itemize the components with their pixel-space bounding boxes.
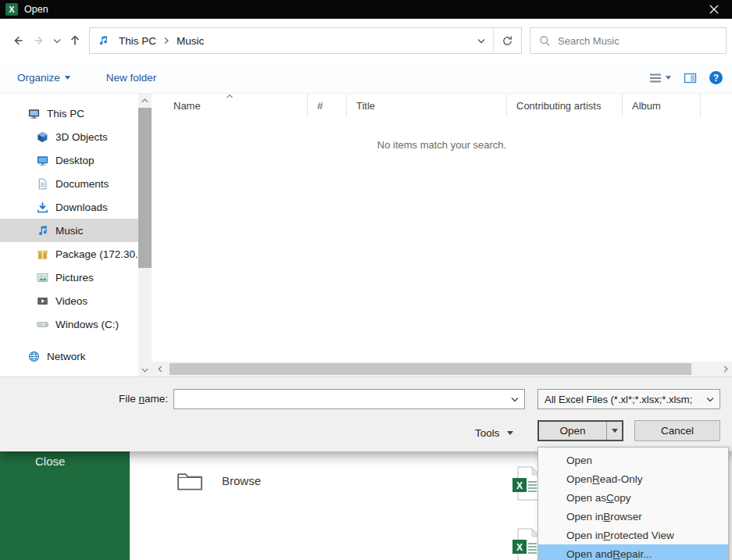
recent-locations-button[interactable] [50, 30, 64, 52]
list-view-icon [649, 72, 662, 84]
breadcrumb-this-pc[interactable]: This PC [113, 28, 162, 53]
close-icon [709, 5, 719, 14]
column-header-name[interactable]: Name [152, 94, 308, 117]
navigation-bar: This PC Music [0, 19, 732, 62]
up-button[interactable] [64, 30, 86, 52]
computer-icon [28, 108, 40, 119]
views-button[interactable] [649, 72, 671, 84]
horizontal-scrollbar[interactable] [152, 362, 732, 376]
back-button[interactable] [6, 30, 28, 52]
menu-item-open-as-copy[interactable]: Open as Copy [538, 488, 728, 507]
organize-button[interactable]: Organize [17, 72, 70, 84]
sidebar-item-label: Documents [55, 178, 109, 190]
address-dropdown-button[interactable] [470, 28, 493, 53]
sidebar-item-windows-c[interactable]: Windows (C:) [0, 312, 138, 336]
scroll-left-icon[interactable] [153, 362, 166, 376]
menu-item-open-in-browser[interactable]: Open in Browser [538, 507, 728, 526]
window-title: Open [24, 4, 48, 15]
chevron-down-icon [507, 431, 513, 435]
sidebar-item-desktop[interactable]: Desktop [0, 148, 138, 172]
scroll-up-icon[interactable] [138, 94, 152, 107]
chevron-down-icon [65, 76, 70, 80]
file-name-label: File name: [0, 393, 168, 405]
file-type-value: All Excel Files (*.xl*;*.xlsx;*.xlsm; [545, 394, 701, 405]
menu-item-open-and-repair[interactable]: Open and Repair... [538, 544, 728, 560]
document-icon [37, 178, 48, 190]
videos-icon [37, 295, 48, 307]
cancel-button[interactable]: Cancel [634, 420, 720, 441]
tree-scrollbar-thumb[interactable] [138, 108, 152, 268]
navigation-pane: This PC3D ObjectsDesktopDocumentsDownloa… [0, 94, 138, 376]
chevron-down-icon [666, 76, 671, 80]
column-header-label: Album [632, 100, 661, 112]
scroll-right-icon[interactable] [719, 362, 732, 376]
file-name-dropdown-button[interactable] [505, 390, 524, 408]
search-input[interactable] [558, 28, 726, 53]
network-icon [28, 351, 40, 362]
sidebar-item-label: Desktop [55, 155, 95, 166]
column-header-label: Name [173, 100, 201, 112]
help-button[interactable]: ? [709, 71, 723, 84]
open-dialog: X Open This PC Music [0, 0, 732, 451]
file-type-combobox[interactable]: All Excel Files (*.xl*;*.xlsx;*.xlsm; [537, 389, 720, 409]
sidebar-item-label: Windows (C:) [55, 319, 119, 330]
svg-text:X: X [516, 480, 523, 491]
tree-scrollbar[interactable] [138, 94, 152, 376]
sidebar-item-music[interactable]: Music [0, 219, 138, 242]
column-header-album[interactable]: Album [623, 94, 701, 117]
close-button[interactable] [696, 0, 732, 19]
address-bar[interactable]: This PC Music [89, 27, 522, 54]
browse-label: Browse [222, 474, 261, 487]
new-folder-label: New folder [106, 72, 157, 84]
refresh-button[interactable] [493, 28, 521, 53]
chevron-right-icon [162, 37, 171, 45]
breadcrumb-music[interactable]: Music [171, 28, 209, 53]
column-header-title[interactable]: Title [347, 94, 507, 117]
toolbar-right-group: ? [649, 71, 723, 84]
search-box [530, 27, 727, 54]
file-type-dropdown-button[interactable] [701, 390, 720, 408]
sidebar-item-label: Pictures [55, 272, 94, 284]
menu-item-open-read-only[interactable]: Open Read-Only [538, 469, 728, 488]
dialog-content: This PC3D ObjectsDesktopDocumentsDownloa… [0, 94, 732, 376]
file-name-input[interactable] [174, 390, 505, 408]
sidebar-item-downloads[interactable]: Downloads [0, 195, 138, 219]
sidebar-item-package-172-30[interactable]: Package (172.30. [0, 242, 138, 266]
sidebar-item-label: This PC [47, 108, 84, 119]
open-button[interactable]: Open [539, 422, 606, 440]
excel-workbook-icon: X [512, 528, 541, 560]
column-header-contributing-artists[interactable]: Contributing artists [507, 94, 623, 117]
cube-icon [37, 131, 48, 143]
excel-app-icon: X [5, 3, 18, 16]
column-header-hash[interactable]: # [308, 94, 347, 117]
empty-message: No items match your search. [152, 139, 732, 151]
open-dropdown-button[interactable] [606, 422, 622, 440]
search-icon [539, 35, 551, 47]
sidebar-item-pictures[interactable]: Pictures [0, 266, 138, 289]
music-location-icon [90, 35, 113, 46]
sidebar-item-network[interactable]: Network [0, 344, 138, 368]
horizontal-scrollbar-thumb[interactable] [170, 363, 691, 375]
tools-label: Tools [475, 427, 500, 439]
sidebar-item-label: Videos [55, 295, 87, 307]
sidebar-item-label: Downloads [55, 202, 108, 213]
forward-button[interactable] [28, 30, 50, 52]
menu-item-open-in-protected-view[interactable]: Open in Protected View [538, 526, 728, 544]
new-folder-button[interactable]: New folder [106, 72, 157, 84]
sidebar-item-3d-objects[interactable]: 3D Objects [0, 125, 138, 148]
open-split-button: Open [537, 420, 623, 441]
sidebar-item-this-pc[interactable]: This PC [0, 102, 138, 125]
sidebar-item-documents[interactable]: Documents [0, 172, 138, 195]
browse-item[interactable]: Browse [177, 470, 261, 491]
column-headers: Name#TitleContributing artistsAlbum [152, 94, 732, 117]
excel-workbook-icon: X [512, 466, 541, 501]
command-bar: Organize New folder ? [0, 62, 732, 94]
tools-button[interactable]: Tools [475, 423, 513, 442]
column-header-filler [701, 94, 732, 117]
scroll-down-icon[interactable] [138, 363, 152, 376]
menu-item-open[interactable]: Open [538, 451, 728, 469]
svg-text:X: X [516, 542, 523, 553]
preview-pane-icon[interactable] [684, 72, 697, 84]
backstage-close-item[interactable]: Close [35, 455, 65, 468]
sidebar-item-videos[interactable]: Videos [0, 289, 138, 312]
